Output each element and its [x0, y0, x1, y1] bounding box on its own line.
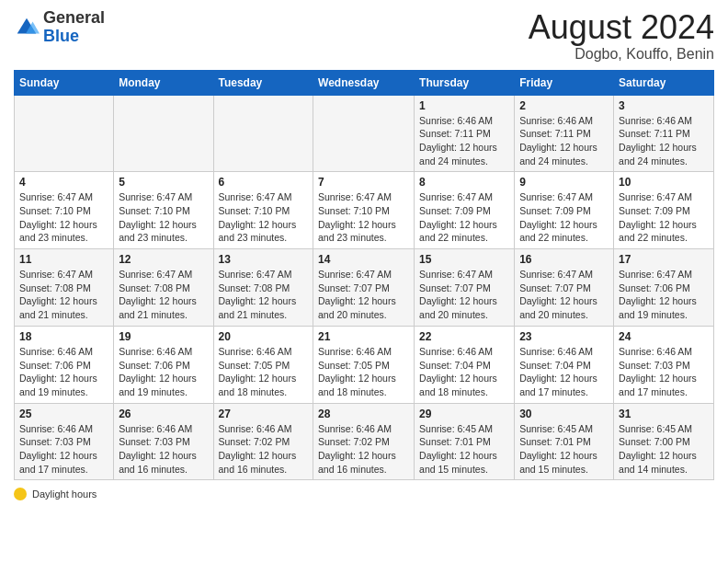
day-number: 5: [119, 176, 208, 189]
day-detail: Sunrise: 6:47 AM Sunset: 7:10 PM Dayligh…: [219, 190, 309, 245]
calendar-cell: 29Sunrise: 6:45 AM Sunset: 7:01 PM Dayli…: [415, 403, 515, 480]
day-detail: Sunrise: 6:46 AM Sunset: 7:03 PM Dayligh…: [19, 422, 108, 477]
day-detail: Sunrise: 6:47 AM Sunset: 7:09 PM Dayligh…: [519, 190, 609, 245]
calendar-cell: 7Sunrise: 6:47 AM Sunset: 7:10 PM Daylig…: [313, 172, 415, 249]
calendar-cell: 8Sunrise: 6:47 AM Sunset: 7:09 PM Daylig…: [415, 172, 515, 249]
calendar-table: SundayMondayTuesdayWednesdayThursdayFrid…: [14, 70, 714, 481]
calendar-cell: 11Sunrise: 6:47 AM Sunset: 7:08 PM Dayli…: [15, 249, 114, 327]
day-number: 16: [519, 253, 609, 266]
month-year-title: August 2024: [529, 9, 714, 46]
day-detail: Sunrise: 6:47 AM Sunset: 7:10 PM Dayligh…: [119, 190, 208, 245]
day-number: 20: [219, 330, 309, 343]
calendar-cell: 23Sunrise: 6:46 AM Sunset: 7:04 PM Dayli…: [515, 326, 614, 403]
title-block: August 2024 Dogbo, Kouffo, Benin: [529, 9, 714, 63]
calendar-cell: 10Sunrise: 6:47 AM Sunset: 7:09 PM Dayli…: [614, 172, 714, 249]
calendar-week-row: 4Sunrise: 6:47 AM Sunset: 7:10 PM Daylig…: [15, 172, 714, 249]
daylight-label: Daylight hours: [32, 488, 97, 500]
calendar-cell: [114, 95, 213, 172]
day-number: 25: [19, 408, 108, 420]
day-detail: Sunrise: 6:46 AM Sunset: 7:04 PM Dayligh…: [519, 345, 609, 399]
day-detail: Sunrise: 6:45 AM Sunset: 7:01 PM Dayligh…: [419, 422, 509, 477]
calendar-cell: 25Sunrise: 6:46 AM Sunset: 7:03 PM Dayli…: [15, 403, 114, 480]
day-number: 28: [318, 408, 409, 420]
calendar-cell: 24Sunrise: 6:46 AM Sunset: 7:03 PM Dayli…: [614, 326, 714, 403]
day-detail: Sunrise: 6:47 AM Sunset: 7:09 PM Dayligh…: [619, 190, 709, 245]
calendar-week-row: 25Sunrise: 6:46 AM Sunset: 7:03 PM Dayli…: [15, 403, 714, 480]
day-number: 18: [19, 330, 108, 343]
day-number: 26: [119, 408, 208, 420]
calendar-cell: [213, 95, 313, 172]
day-detail: Sunrise: 6:46 AM Sunset: 7:11 PM Dayligh…: [519, 114, 609, 168]
calendar-cell: 31Sunrise: 6:45 AM Sunset: 7:00 PM Dayli…: [614, 403, 714, 480]
day-number: 14: [318, 253, 409, 266]
day-number: 27: [219, 408, 309, 420]
calendar-cell: 9Sunrise: 6:47 AM Sunset: 7:09 PM Daylig…: [515, 172, 614, 249]
day-detail: Sunrise: 6:47 AM Sunset: 7:08 PM Dayligh…: [19, 268, 108, 322]
day-number: 4: [19, 176, 108, 189]
calendar-cell: 26Sunrise: 6:46 AM Sunset: 7:03 PM Dayli…: [114, 403, 213, 480]
day-number: 13: [219, 253, 309, 266]
day-number: 22: [419, 330, 509, 343]
day-number: 15: [419, 253, 509, 266]
column-header-sunday: Sunday: [15, 70, 114, 95]
column-header-wednesday: Wednesday: [313, 70, 415, 95]
column-header-friday: Friday: [515, 70, 614, 95]
day-detail: Sunrise: 6:45 AM Sunset: 7:01 PM Dayligh…: [519, 422, 609, 477]
column-header-monday: Monday: [114, 70, 213, 95]
calendar-cell: 6Sunrise: 6:47 AM Sunset: 7:10 PM Daylig…: [213, 172, 313, 249]
day-number: 31: [619, 408, 709, 420]
calendar-cell: [15, 95, 114, 172]
day-number: 23: [519, 330, 609, 343]
calendar-cell: 17Sunrise: 6:47 AM Sunset: 7:06 PM Dayli…: [614, 249, 714, 327]
calendar-cell: 27Sunrise: 6:46 AM Sunset: 7:02 PM Dayli…: [213, 403, 313, 480]
day-detail: Sunrise: 6:46 AM Sunset: 7:05 PM Dayligh…: [318, 345, 409, 399]
day-detail: Sunrise: 6:46 AM Sunset: 7:06 PM Dayligh…: [19, 345, 108, 399]
day-detail: Sunrise: 6:47 AM Sunset: 7:07 PM Dayligh…: [419, 268, 509, 322]
calendar-week-row: 18Sunrise: 6:46 AM Sunset: 7:06 PM Dayli…: [15, 326, 714, 403]
day-number: 29: [419, 408, 509, 420]
calendar-header-row: SundayMondayTuesdayWednesdayThursdayFrid…: [15, 70, 714, 95]
calendar-cell: 19Sunrise: 6:46 AM Sunset: 7:06 PM Dayli…: [114, 326, 213, 403]
day-detail: Sunrise: 6:46 AM Sunset: 7:06 PM Dayligh…: [119, 345, 208, 399]
day-detail: Sunrise: 6:46 AM Sunset: 7:11 PM Dayligh…: [419, 114, 509, 168]
calendar-cell: 30Sunrise: 6:45 AM Sunset: 7:01 PM Dayli…: [515, 403, 614, 480]
calendar-cell: 13Sunrise: 6:47 AM Sunset: 7:08 PM Dayli…: [213, 249, 313, 327]
column-header-saturday: Saturday: [614, 70, 714, 95]
column-header-thursday: Thursday: [415, 70, 515, 95]
day-number: 1: [419, 99, 509, 112]
day-detail: Sunrise: 6:46 AM Sunset: 7:04 PM Dayligh…: [419, 345, 509, 399]
calendar-cell: 16Sunrise: 6:47 AM Sunset: 7:07 PM Dayli…: [515, 249, 614, 327]
calendar-cell: 4Sunrise: 6:47 AM Sunset: 7:10 PM Daylig…: [15, 172, 114, 249]
day-detail: Sunrise: 6:47 AM Sunset: 7:07 PM Dayligh…: [318, 268, 409, 322]
calendar-cell: 21Sunrise: 6:46 AM Sunset: 7:05 PM Dayli…: [313, 326, 415, 403]
day-number: 10: [619, 176, 709, 189]
calendar-cell: 20Sunrise: 6:46 AM Sunset: 7:05 PM Dayli…: [213, 326, 313, 403]
location-subtitle: Dogbo, Kouffo, Benin: [529, 46, 714, 63]
calendar-cell: 18Sunrise: 6:46 AM Sunset: 7:06 PM Dayli…: [15, 326, 114, 403]
calendar-week-row: 11Sunrise: 6:47 AM Sunset: 7:08 PM Dayli…: [15, 249, 714, 327]
day-number: 3: [619, 99, 709, 112]
page-header: General Blue August 2024 Dogbo, Kouffo, …: [14, 9, 714, 63]
day-number: 19: [119, 330, 208, 343]
calendar-cell: 22Sunrise: 6:46 AM Sunset: 7:04 PM Dayli…: [415, 326, 515, 403]
day-detail: Sunrise: 6:46 AM Sunset: 7:02 PM Dayligh…: [318, 422, 409, 477]
day-number: 2: [519, 99, 609, 112]
day-detail: Sunrise: 6:47 AM Sunset: 7:09 PM Dayligh…: [419, 190, 509, 245]
day-detail: Sunrise: 6:46 AM Sunset: 7:05 PM Dayligh…: [219, 345, 309, 399]
day-number: 11: [19, 253, 108, 266]
day-detail: Sunrise: 6:47 AM Sunset: 7:10 PM Dayligh…: [318, 190, 409, 245]
day-number: 30: [519, 408, 609, 420]
day-detail: Sunrise: 6:47 AM Sunset: 7:08 PM Dayligh…: [119, 268, 208, 322]
calendar-cell: 14Sunrise: 6:47 AM Sunset: 7:07 PM Dayli…: [313, 249, 415, 327]
day-number: 6: [219, 176, 309, 189]
day-detail: Sunrise: 6:46 AM Sunset: 7:02 PM Dayligh…: [219, 422, 309, 477]
day-number: 9: [519, 176, 609, 189]
legend: Daylight hours: [14, 488, 714, 500]
calendar-cell: 12Sunrise: 6:47 AM Sunset: 7:08 PM Dayli…: [114, 249, 213, 327]
day-detail: Sunrise: 6:46 AM Sunset: 7:03 PM Dayligh…: [119, 422, 208, 477]
day-number: 17: [619, 253, 709, 266]
day-detail: Sunrise: 6:46 AM Sunset: 7:03 PM Dayligh…: [619, 345, 709, 399]
day-detail: Sunrise: 6:46 AM Sunset: 7:11 PM Dayligh…: [619, 114, 709, 168]
day-detail: Sunrise: 6:47 AM Sunset: 7:08 PM Dayligh…: [219, 268, 309, 322]
day-detail: Sunrise: 6:47 AM Sunset: 7:10 PM Dayligh…: [19, 190, 108, 245]
